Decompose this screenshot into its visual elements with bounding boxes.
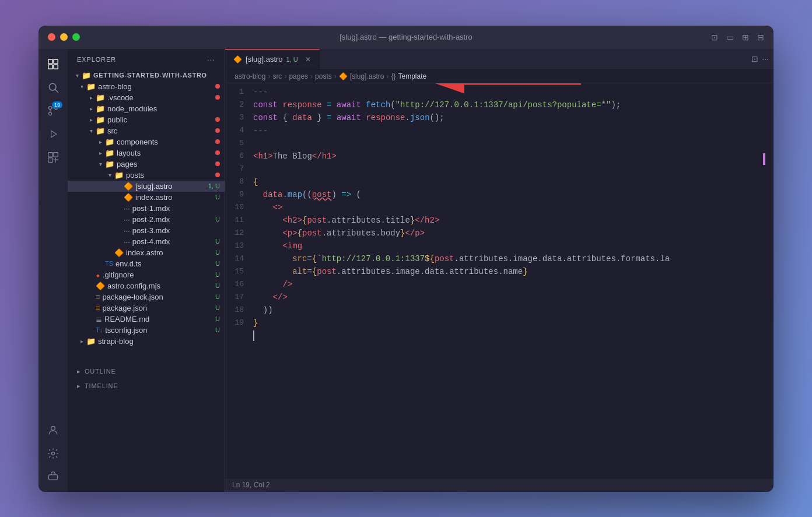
tree-index-astro-pages[interactable]: 🔶 index.astro U [68, 247, 225, 258]
tree-gitignore[interactable]: ⬥ .gitignore U [68, 269, 225, 280]
tree-node-modules[interactable]: ▸ 📁 node_modules [68, 103, 225, 114]
maximize-button[interactable] [72, 33, 80, 41]
tree-readme[interactable]: ≣ README.md U [68, 314, 225, 325]
tree-astro-blog[interactable]: ▾ 📁 astro-blog [68, 81, 225, 92]
svg-point-15 [52, 452, 55, 455]
tree-components[interactable]: ▸ 📁 components [68, 136, 225, 147]
timeline-label: TIMELINE [85, 382, 118, 389]
tree-post-4[interactable]: ··· post-4.mdx U [68, 236, 225, 247]
folder-icon: 📁 [86, 337, 96, 346]
breadcrumb-posts[interactable]: posts [315, 72, 332, 80]
layout-icon-1[interactable]: ⊡ [711, 33, 718, 42]
modified-badge: U [215, 238, 220, 245]
chevron-right-icon: ▸ [96, 150, 105, 156]
tree-package-json[interactable]: ≡ package.json U [68, 303, 225, 314]
source-control-badge: 19 [52, 101, 62, 108]
activity-search[interactable] [43, 77, 64, 98]
folder-icon: 📁 [96, 115, 105, 124]
breadcrumb-src[interactable]: src [272, 72, 282, 80]
chevron-down-icon: ▾ [86, 128, 96, 134]
code-line-13: 13 <img [225, 240, 774, 252]
json-file-icon: ≡ [96, 304, 100, 312]
activity-extensions[interactable] [43, 147, 64, 168]
modified-badge: U [215, 249, 220, 256]
folder-icon: 📁 [96, 93, 105, 102]
chevron-right-icon: ▸ [86, 117, 96, 123]
file-name: post-1.mdx [132, 204, 225, 213]
layout-icon-2[interactable]: ▭ [726, 33, 734, 42]
file-name: post-4.mdx [132, 237, 215, 246]
tree-post-2[interactable]: ··· post-2.mdx U [68, 214, 225, 225]
code-line-14: 14 src={`http://127.0.0.1:1337${post.att… [225, 252, 774, 265]
tree-tsconfig[interactable]: T↓ tsconfig.json U [68, 325, 225, 336]
activity-explorer[interactable] [43, 54, 64, 75]
tree-public[interactable]: ▸ 📁 public [68, 114, 225, 125]
activity-settings[interactable] [43, 443, 64, 464]
activity-bottom [43, 420, 64, 487]
folder-name: posts [126, 171, 215, 180]
tree-src[interactable]: ▾ 📁 src [68, 125, 225, 136]
file-name: astro.config.mjs [107, 282, 215, 290]
code-editor[interactable]: 1 --- 2 const response = await fetch("ht… [225, 83, 774, 478]
status-text: Ln 19, Col 2 [232, 481, 270, 489]
code-line-1: 1 --- [225, 86, 774, 99]
tree-post-1[interactable]: ··· post-1.mdx [68, 203, 225, 214]
tab-close-icon[interactable]: ✕ [305, 55, 311, 64]
close-button[interactable] [48, 33, 55, 41]
tree-pages[interactable]: ▾ 📁 pages [68, 159, 225, 170]
layout-icon-3[interactable]: ⊞ [742, 33, 749, 42]
error-indicator [763, 153, 765, 165]
layout-icon-4[interactable]: ⊟ [757, 33, 764, 42]
tab-bar: 🔶 [slug].astro 1, U ✕ ⊡ ··· [225, 49, 774, 70]
activity-run-debug[interactable] [43, 124, 64, 145]
tab-bar-actions: ⊡ ··· [747, 54, 774, 64]
tree-posts[interactable]: ▾ 📁 posts [68, 170, 225, 181]
tree-slug-astro[interactable]: 🔶 [slug].astro 1, U [68, 181, 225, 192]
activity-account[interactable] [43, 420, 64, 441]
breadcrumb-template[interactable]: Template [398, 72, 426, 80]
sidebar-header-actions[interactable]: ··· [207, 55, 215, 64]
svg-rect-3 [54, 64, 58, 68]
file-name: post-2.mdx [132, 215, 215, 224]
file-name: package.json [103, 304, 215, 312]
tree-root[interactable]: ▾ 📁 GETTING-STARTED-WITH-ASTRO [68, 70, 225, 81]
activity-source-control[interactable]: 19 [43, 100, 64, 121]
tree-astro-config[interactable]: 🔶 astro.config.mjs U [68, 280, 225, 291]
breadcrumb: astro-blog › src › pages › posts › 🔶 [sl… [225, 70, 774, 83]
folder-icon: 📁 [105, 160, 114, 168]
timeline-toggle[interactable]: ▸ TIMELINE [68, 379, 225, 393]
chevron-right-icon: ▸ [77, 368, 81, 375]
root-folder-name: GETTING-STARTED-WITH-ASTRO [93, 72, 225, 79]
active-tab[interactable]: 🔶 [slug].astro 1, U ✕ [225, 49, 320, 69]
activity-ports[interactable] [43, 466, 64, 487]
code-line-3: 3 const { data } = await response.json()… [225, 111, 774, 124]
tree-post-3[interactable]: ··· post-3.mdx [68, 225, 225, 236]
ts-file-icon: TS [105, 260, 113, 267]
folder-name: components [117, 138, 215, 146]
chevron-down-icon: ▾ [77, 83, 86, 90]
tree-vscode[interactable]: ▸ 📁 .vscode [68, 92, 225, 103]
folder-icon: 📁 [105, 149, 114, 157]
folder-name: src [107, 126, 215, 135]
tree-package-lock[interactable]: ≡ package-lock.json U [68, 291, 225, 303]
astro-file-icon: 🔶 [124, 193, 133, 202]
file-name: post-3.mdx [132, 226, 225, 235]
breadcrumb-pages[interactable]: pages [289, 72, 308, 80]
breadcrumb-slug-astro[interactable]: [slug].astro [350, 72, 384, 80]
more-actions-icon[interactable]: ··· [762, 54, 769, 64]
outline-toggle[interactable]: ▸ OUTLINE [68, 364, 225, 379]
breadcrumb-file-icon: 🔶 [339, 72, 348, 80]
modified-dot [215, 128, 220, 133]
tree-index-astro-posts[interactable]: 🔶 index.astro U [68, 192, 225, 203]
breadcrumb-astro-blog[interactable]: astro-blog [235, 72, 265, 80]
tree-env-dts[interactable]: TS env.d.ts U [68, 258, 225, 269]
modified-badge: U [215, 216, 220, 223]
activity-bar: 19 [38, 49, 68, 492]
chevron-down-icon: ▾ [72, 72, 82, 79]
tree-layouts[interactable]: ▸ 📁 layouts [68, 147, 225, 159]
modified-dot [215, 173, 220, 177]
split-editor-icon[interactable]: ⊡ [751, 54, 758, 64]
folder-icon: 📁 [86, 82, 96, 91]
tree-strapi-blog[interactable]: ▸ 📁 strapi-blog [68, 336, 225, 347]
minimize-button[interactable] [60, 33, 68, 41]
